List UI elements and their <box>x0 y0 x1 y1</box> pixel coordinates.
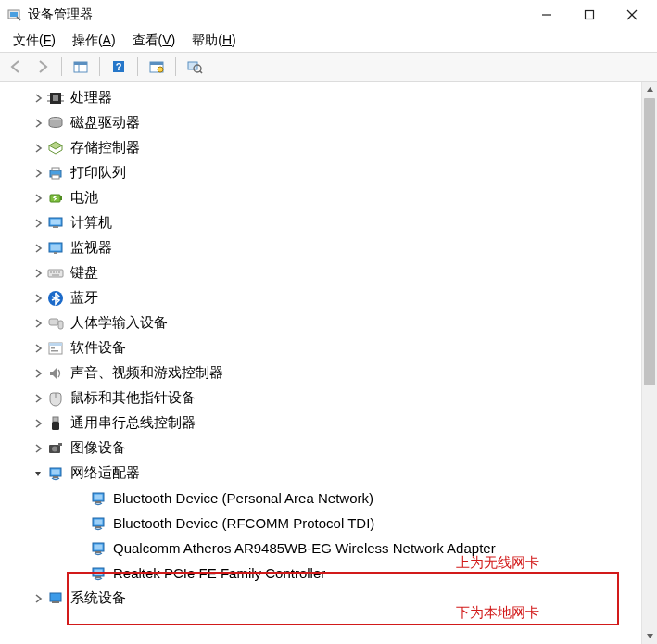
usb-icon <box>46 415 65 432</box>
annotation-bottom: 下为本地网卡 <box>456 604 539 622</box>
svg-point-13 <box>158 67 163 72</box>
storage-icon <box>46 140 65 157</box>
battery-icon <box>46 190 65 207</box>
cpu-icon <box>46 90 65 107</box>
expand-caret[interactable] <box>32 219 44 228</box>
expand-caret[interactable] <box>32 344 44 353</box>
tree-item[interactable]: 存储控制器 <box>0 135 640 160</box>
refresh-button[interactable] <box>183 56 206 78</box>
tree-item[interactable]: Bluetooth Device (RFCOMM Protocol TDI) <box>0 511 640 536</box>
tree-item-label: 通用串行总线控制器 <box>70 414 196 432</box>
tree-item[interactable]: 软件设备 <box>0 335 640 360</box>
tree-item[interactable]: 通用串行总线控制器 <box>0 410 640 436</box>
svg-rect-7 <box>74 62 87 65</box>
app-icon <box>7 7 22 22</box>
back-button[interactable] <box>6 56 28 78</box>
tree-item-label: 声音、视频和游戏控制器 <box>70 364 223 382</box>
menu-action[interactable]: 操作(A) <box>65 31 123 51</box>
tree-item-label: 图像设备 <box>70 439 126 457</box>
scroll-down-arrow[interactable] <box>642 628 657 644</box>
tree-item-label: Bluetooth Device (Personal Area Network) <box>113 490 373 506</box>
tree-item-label: Qualcomm Atheros AR9485WB-EG Wireless Ne… <box>113 540 496 556</box>
hid-icon <box>46 315 65 332</box>
expand-caret[interactable] <box>32 169 44 178</box>
nic-icon <box>89 515 107 532</box>
tree-item[interactable]: 鼠标和其他指针设备 <box>0 385 640 410</box>
toolbar-separator <box>137 57 138 76</box>
computer-icon <box>46 215 65 232</box>
tree-item[interactable]: 网络适配器 <box>0 461 640 486</box>
expand-caret[interactable] <box>32 594 44 603</box>
device-tree[interactable]: 处理器磁盘驱动器存储控制器打印队列电池计算机监视器键盘蓝牙人体学输入设备软件设备… <box>0 82 640 644</box>
vertical-scrollbar[interactable] <box>641 82 657 644</box>
tree-item-label: 监视器 <box>70 239 112 257</box>
tree-item-label: 打印队列 <box>70 164 126 182</box>
tree-item[interactable]: 监视器 <box>0 235 640 260</box>
expand-caret[interactable] <box>32 144 44 153</box>
tree-item-label: 软件设备 <box>70 339 126 357</box>
tree-item[interactable]: 磁盘驱动器 <box>0 110 640 135</box>
audio-icon <box>46 365 65 382</box>
annotation-top: 上为无线网卡 <box>456 554 539 572</box>
tree-item[interactable]: 打印队列 <box>0 160 640 185</box>
tree-item-label: 人体学输入设备 <box>70 314 168 332</box>
tree-item[interactable]: Bluetooth Device (Personal Area Network) <box>0 486 640 511</box>
scan-hardware-button[interactable] <box>145 56 168 78</box>
svg-line-16 <box>200 71 203 74</box>
tree-item-label: 磁盘驱动器 <box>70 114 140 132</box>
svg-rect-1 <box>10 12 18 17</box>
window-title: 设备管理器 <box>28 6 93 23</box>
expand-caret[interactable] <box>32 394 44 403</box>
disk-icon <box>46 115 65 132</box>
tree-item[interactable]: 处理器 <box>0 85 640 110</box>
menu-view[interactable]: 查看(V) <box>125 31 183 51</box>
menu-file[interactable]: 文件(F) <box>6 31 63 51</box>
maximize-button[interactable] <box>568 1 611 29</box>
scroll-thumb[interactable] <box>644 98 655 385</box>
tree-item[interactable]: 计算机 <box>0 210 640 235</box>
software-icon <box>46 340 65 357</box>
expand-caret[interactable] <box>32 119 44 128</box>
expand-caret[interactable] <box>32 319 44 328</box>
expand-caret[interactable] <box>32 294 44 303</box>
close-button[interactable] <box>611 1 653 29</box>
toolbar-separator <box>175 57 176 76</box>
tree-item-label: 处理器 <box>70 89 112 107</box>
nic-icon <box>89 540 107 557</box>
monitor-icon <box>46 240 65 257</box>
mouse-icon <box>46 390 65 407</box>
tree-item[interactable]: 声音、视频和游戏控制器 <box>0 360 640 385</box>
device-manager-window: 设备管理器 文件(F) 操作(A) 查看(V) 帮助(H) <box>0 0 657 644</box>
tree-item[interactable]: 人体学输入设备 <box>0 310 640 335</box>
expand-caret[interactable] <box>32 94 44 103</box>
tree-item-label: 键盘 <box>70 264 98 282</box>
expand-caret[interactable] <box>32 194 44 203</box>
tree-item-label: 电池 <box>70 189 98 207</box>
expand-caret[interactable] <box>32 269 44 278</box>
tree-item[interactable]: 蓝牙 <box>0 285 640 310</box>
expand-caret[interactable] <box>32 469 44 478</box>
minimize-button[interactable] <box>525 1 568 29</box>
expand-caret[interactable] <box>32 369 44 378</box>
tree-item[interactable]: 电池 <box>0 185 640 210</box>
show-hide-tree-button[interactable] <box>69 56 92 78</box>
menubar: 文件(F) 操作(A) 查看(V) 帮助(H) <box>0 30 657 52</box>
forward-button[interactable] <box>32 56 54 78</box>
menu-help[interactable]: 帮助(H) <box>184 31 243 51</box>
system-icon <box>46 590 65 607</box>
scroll-up-arrow[interactable] <box>642 82 657 97</box>
help-button[interactable]: ? <box>107 56 130 78</box>
svg-text:?: ? <box>116 61 122 72</box>
nic-icon <box>89 490 107 507</box>
expand-caret[interactable] <box>32 419 44 428</box>
svg-rect-12 <box>150 62 163 65</box>
svg-rect-3 <box>586 11 594 19</box>
tree-item-label: 蓝牙 <box>70 289 98 307</box>
tree-item[interactable]: 图像设备 <box>0 436 640 461</box>
tree-item-label: Bluetooth Device (RFCOMM Protocol TDI) <box>113 515 374 531</box>
image-icon <box>46 440 65 457</box>
expand-caret[interactable] <box>32 444 44 453</box>
expand-caret[interactable] <box>32 244 44 253</box>
tree-item[interactable]: 键盘 <box>0 260 640 285</box>
tree-item[interactable]: Qualcomm Atheros AR9485WB-EG Wireless Ne… <box>0 536 640 561</box>
